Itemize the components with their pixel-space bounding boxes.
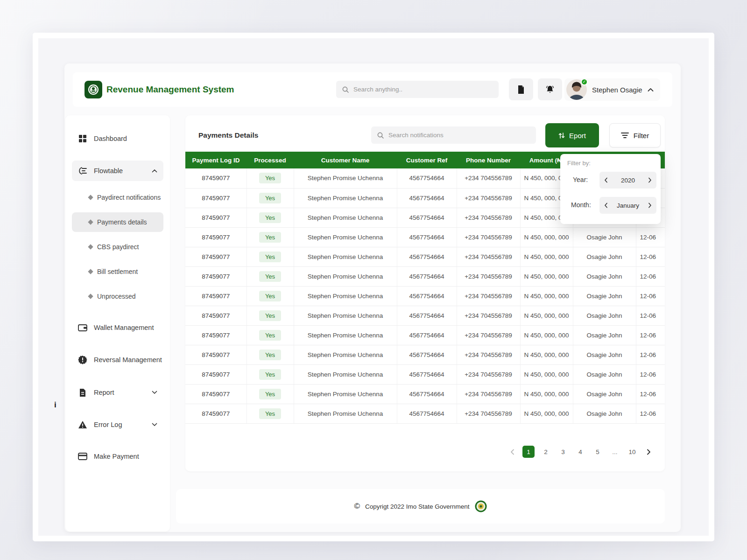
sidebar-item-label: Unprocessed [97,293,136,300]
filter-button[interactable]: Filter [609,123,661,147]
processed-badge: Yes [259,291,281,301]
table-cell: 4567754664 [397,247,457,266]
outer-frame: Revenue Management System [33,33,714,541]
user-menu[interactable]: ✓ Stephen Osagie [564,78,660,101]
year-prev-button[interactable] [604,177,608,183]
global-search-input[interactable] [353,86,484,93]
table-cell: 4567754664 [397,404,457,423]
table-header-cell: Customer Name [294,152,397,168]
table-cell: Stephen Promise Uchenna [294,345,397,364]
table-cell: 4567754664 [397,188,457,208]
table-cell: Osagie John [573,345,636,364]
report-icon [78,388,87,397]
month-next-button[interactable] [648,203,652,208]
processed-badge: Yes [259,252,281,262]
table-cell: 87459077 [185,325,247,345]
table-cell: 12-06 [636,306,665,325]
table-cell: Osagie John [573,325,636,345]
table-cell: +234 704556789 [457,247,520,266]
page-title: Payments Details [198,131,258,140]
table-cell: Osagie John [573,286,636,306]
user-name: Stephen Osagie [592,86,642,94]
pagination-next-button[interactable] [643,446,654,458]
sidebar-item-payments-details[interactable]: Payments details [72,212,163,232]
diamond-bullet-icon [88,219,93,224]
page-button[interactable]: 3 [557,446,569,458]
sidebar-item-label: Error Log [94,421,122,428]
table-header-cell: Customer Ref [397,152,457,168]
table-cell: Yes [247,345,294,364]
table-cell: 87459077 [185,208,247,227]
notifications-button[interactable] [538,78,562,100]
warning-icon [78,420,87,429]
filter-panel-title: Filter by: [567,160,591,167]
sidebar-item-wallet-management[interactable]: Wallet Management [72,317,163,338]
page-button[interactable]: 10 [626,446,638,458]
page-button[interactable]: 2 [540,446,552,458]
sidebar-item-dashboard[interactable]: Dashboard [72,128,163,149]
year-label: Year: [573,176,588,183]
table-cell: Osagie John [573,384,636,404]
sidebar-item-make-payment[interactable]: Make Payment [72,446,163,467]
pagination-prev-button[interactable] [507,446,517,458]
sidebar-item-paydirect-notifications[interactable]: Paydirect notifications [72,188,163,207]
table-cell: 12-06 [636,325,665,345]
table-cell: +234 704556789 [457,384,520,404]
table-cell: Yes [247,227,294,247]
export-arrows-icon [558,132,565,139]
filter-button-label: Filter [634,132,649,140]
year-stepper: 2020 [599,172,656,189]
notifications-search[interactable] [371,126,536,144]
sidebar-item-bill-settlement[interactable]: Bill settlement [72,262,163,281]
table-row: 87459077YesStephen Promise Uchenna456775… [185,325,665,345]
sidebar-item-label: CBS paydirect [97,243,139,251]
month-prev-button[interactable] [604,203,608,208]
month-label: Month: [571,201,591,209]
table-cell: Stephen Promise Uchenna [294,208,397,227]
table-cell: Osagie John [573,247,636,266]
sidebar-item-label: Report [94,389,114,396]
notifications-search-input[interactable] [388,132,524,139]
table-cell: +234 704556789 [457,306,520,325]
processed-badge: Yes [259,369,281,380]
processed-badge: Yes [259,389,281,399]
table-cell: Osagie John [573,404,636,423]
sidebar-item-unprocessed[interactable]: Unprocessed [72,287,163,306]
pagination-pages: 12345...10 [522,446,638,458]
filter-panel: Filter by: Year: 2020 Month: [560,154,661,224]
table-cell: 12-06 [636,345,665,364]
table-cell: 4567754664 [397,208,457,227]
page-button[interactable]: 5 [592,446,604,458]
export-button[interactable]: Eport [545,123,599,147]
sidebar-item-cbs-paydirect[interactable]: CBS paydirect [72,237,163,257]
table-cell: 4567754664 [397,266,457,286]
page-button[interactable]: 1 [522,446,535,458]
table-cell: N 450, 000, 000 [520,364,573,384]
processed-badge: Yes [259,271,281,282]
table-cell: Yes [247,286,294,306]
search-icon [342,86,349,93]
month-stepper: January [599,197,656,214]
table-cell: Stephen Promise Uchenna [294,306,397,325]
year-next-button[interactable] [648,177,652,183]
table-cell: 87459077 [185,345,247,364]
logo-seal-icon [87,84,99,96]
sidebar-item-reversal-management[interactable]: Reversal Management [72,350,163,370]
table-cell: +234 704556789 [457,364,520,384]
table-cell: Yes [247,364,294,384]
sidebar-item-report[interactable]: Report [72,382,163,403]
table-row: 87459077YesStephen Promise Uchenna456775… [185,227,665,247]
diamond-bullet-icon [88,195,93,200]
table-header-cell: Payment Log ID [185,152,247,168]
table-cell: 87459077 [185,384,247,404]
sidebar-item-error-log[interactable]: Error Log [72,414,163,435]
documents-button[interactable] [509,78,533,100]
global-search[interactable] [336,81,499,98]
table-cell: Osagie John [573,227,636,247]
wallet-icon [78,323,87,332]
sidebar-item-label: Dashboard [94,135,127,142]
sidebar-item-flowtable[interactable]: Flowtable [72,161,163,181]
table-cell: +234 704556789 [457,345,520,364]
page-button[interactable]: 4 [574,446,586,458]
table-cell: 4567754664 [397,227,457,247]
